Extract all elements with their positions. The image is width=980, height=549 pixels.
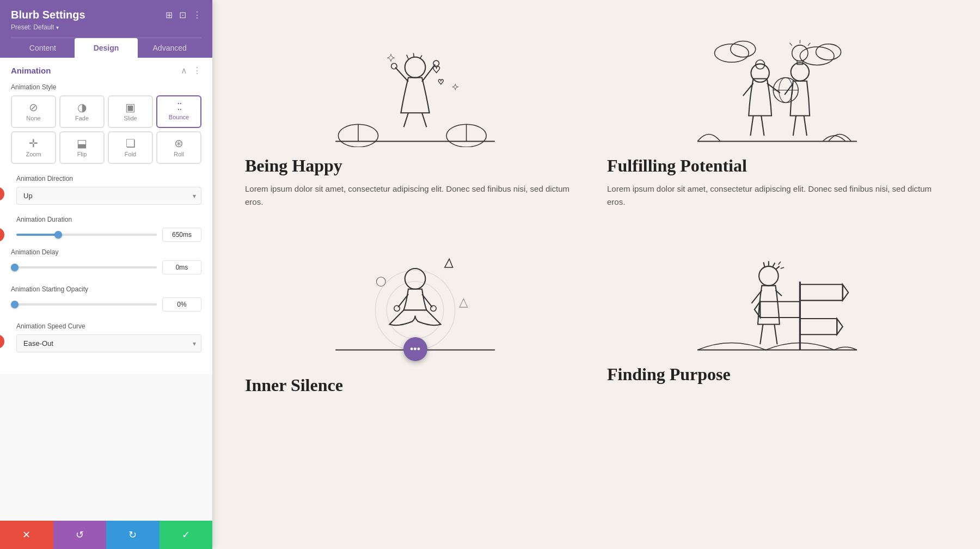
anim-fade[interactable]: ◑ Fade [59, 95, 105, 128]
anim-flip[interactable]: ⬓ Flip [59, 131, 105, 164]
zoom-icon: ✛ [29, 138, 38, 149]
duration-slider-row [16, 228, 201, 242]
svg-line-38 [808, 43, 810, 46]
svg-text:✦: ✦ [452, 83, 459, 91]
preset-selector[interactable]: Preset: Default ▾ [11, 23, 201, 31]
reset-button[interactable]: ↺ [53, 521, 107, 549]
svg-text:♡: ♡ [438, 78, 444, 86]
anim-fold[interactable]: ❏ Fold [108, 131, 153, 164]
duration-thumb[interactable] [54, 231, 62, 239]
step-2-badge: 2 [0, 228, 4, 242]
panel-header-top: Blurb Settings ⊞ ⊡ ⋮ [11, 9, 201, 21]
finding-purpose-svg [607, 230, 947, 356]
section-header[interactable]: Animation ∧ ⋮ [0, 58, 212, 83]
slide-icon: ▣ [125, 102, 136, 113]
cancel-button[interactable]: ✕ [0, 521, 53, 549]
being-happy-svg: ♡ ♡ ✦ ✦ [245, 22, 585, 147]
panel-toolbar: ✕ ↺ ↻ ✓ [0, 521, 212, 549]
duration-fill [16, 234, 58, 236]
blurb-1-text: Lorem ipsum dolor sit amet, consectetur … [245, 182, 585, 209]
blurb-1-title: Being Happy [245, 156, 585, 176]
blurb-inner-silence: ••• Inner Silence [245, 230, 585, 402]
blurb-3-illustration: ••• [245, 230, 585, 356]
svg-line-7 [413, 53, 414, 57]
opacity-row: Animation Starting Opacity [11, 285, 201, 312]
svg-point-51 [431, 306, 436, 311]
svg-line-66 [773, 263, 775, 267]
speed-curve-select-wrapper: Linear Ease Ease-In Ease-Out Ease-In-Out… [16, 334, 201, 352]
svg-line-73 [781, 267, 784, 269]
section-more-icon[interactable]: ⋮ [193, 65, 201, 76]
svg-text:♡: ♡ [432, 65, 440, 75]
svg-line-67 [776, 266, 779, 269]
flip-icon: ⬓ [77, 138, 87, 149]
delay-track [11, 266, 157, 269]
blurb-4-illustration [607, 230, 947, 356]
speed-curve-select[interactable]: Linear Ease Ease-In Ease-Out Ease-In-Out [16, 334, 201, 352]
collapse-icon[interactable]: ∧ [181, 65, 187, 76]
duration-label: Animation Duration [16, 216, 201, 223]
svg-marker-52 [445, 259, 453, 267]
svg-marker-62 [837, 319, 842, 334]
svg-point-53 [376, 277, 385, 286]
svg-line-40 [793, 116, 796, 136]
duration-track [16, 234, 157, 236]
settings-panel: Blurb Settings ⊞ ⊡ ⋮ Preset: Default ▾ C… [0, 0, 212, 549]
preset-label: Preset: Default [11, 23, 54, 31]
panel-header-icons: ⊞ ⊡ ⋮ [166, 10, 201, 20]
redo-button[interactable]: ↻ [106, 521, 160, 549]
svg-line-41 [804, 116, 807, 136]
svg-point-5 [405, 57, 426, 78]
reset-icon: ↺ [76, 529, 84, 541]
fullscreen-icon[interactable]: ⊞ [166, 10, 173, 20]
speed-curve-label: Animation Speed Curve [16, 322, 201, 330]
direction-select[interactable]: Top Bottom Left Right Up Down [16, 187, 201, 205]
delay-value[interactable] [162, 260, 201, 274]
opacity-value[interactable] [162, 297, 201, 312]
anim-zoom[interactable]: ✛ Zoom [11, 131, 56, 164]
panel-tabs: Content Design Advanced [11, 38, 201, 58]
opacity-slider-row [11, 297, 201, 312]
duration-value[interactable] [162, 228, 201, 242]
main-content: ♡ ♡ ✦ ✦ Being Happy Lorem ipsum dolor si… [212, 0, 980, 549]
svg-line-64 [763, 263, 764, 267]
anim-none[interactable]: ⊘ None [11, 95, 56, 128]
fold-icon: ❏ [126, 138, 136, 149]
anim-bounce[interactable]: ⁚⁚ Bounce [156, 95, 201, 128]
svg-marker-54 [460, 298, 468, 307]
tab-content[interactable]: Content [11, 38, 75, 58]
svg-text:✦: ✦ [387, 52, 395, 64]
tab-advanced[interactable]: Advanced [138, 38, 201, 58]
opacity-thumb[interactable] [11, 301, 19, 308]
section-body: Animation Style ⊘ None ◑ Fade ▣ Slide [0, 83, 212, 374]
floating-menu-button[interactable]: ••• [403, 337, 427, 361]
svg-line-43 [761, 116, 764, 136]
tab-design[interactable]: Design [75, 38, 138, 58]
anim-slide[interactable]: ▣ Slide [108, 95, 153, 128]
floating-dots-icon: ••• [410, 344, 420, 355]
preset-arrow-icon: ▾ [56, 25, 59, 30]
split-icon[interactable]: ⊡ [179, 10, 186, 20]
delay-label: Animation Delay [11, 248, 201, 256]
speed-curve-row: 3 Animation Speed Curve Linear Ease Ease… [11, 322, 201, 352]
blurb-1-illustration: ♡ ♡ ✦ ✦ [245, 22, 585, 147]
fade-icon: ◑ [77, 102, 87, 113]
section-header-icons: ∧ ⋮ [181, 65, 201, 76]
bounce-icon: ⁚⁚ [177, 102, 181, 112]
svg-point-63 [759, 266, 779, 286]
blurb-2-title: Fulfilling Potential [607, 156, 947, 176]
save-button[interactable]: ✓ [160, 521, 213, 549]
svg-rect-61 [800, 319, 837, 334]
blurb-4-title: Finding Purpose [607, 364, 947, 385]
opacity-track [11, 303, 157, 306]
step-3-badge: 3 [0, 334, 4, 349]
direction-row: 1 Animation Direction Top Bottom Left Ri… [11, 175, 201, 205]
svg-point-11 [391, 63, 397, 69]
delay-slider-row [11, 260, 201, 274]
anim-roll[interactable]: ⊛ Roll [156, 131, 201, 164]
svg-line-13 [404, 113, 408, 127]
more-icon[interactable]: ⋮ [193, 10, 201, 20]
blurb-fulfilling-potential: Fulfilling Potential Lorem ipsum dolor s… [607, 22, 947, 209]
direction-label: Animation Direction [16, 175, 201, 182]
delay-thumb[interactable] [11, 264, 19, 271]
